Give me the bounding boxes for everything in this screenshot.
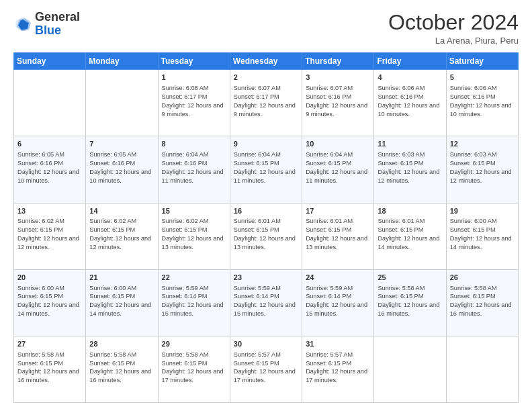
day-info: Sunrise: 5:59 AM Sunset: 6:14 PM Dayligh… bbox=[162, 284, 226, 319]
day-info: Sunrise: 5:57 AM Sunset: 6:15 PM Dayligh… bbox=[234, 351, 298, 385]
calendar-cell bbox=[14, 70, 86, 136]
calendar-cell: 6Sunrise: 6:05 AM Sunset: 6:16 PM Daylig… bbox=[14, 136, 86, 203]
day-info: Sunrise: 6:01 AM Sunset: 6:15 PM Dayligh… bbox=[234, 217, 298, 252]
day-number: 5 bbox=[450, 73, 515, 83]
day-number: 20 bbox=[17, 273, 82, 283]
calendar-cell: 11Sunrise: 6:03 AM Sunset: 6:15 PM Dayli… bbox=[374, 136, 446, 203]
calendar-table: Sunday Monday Tuesday Wednesday Thursday… bbox=[13, 52, 519, 403]
col-friday: Friday bbox=[374, 53, 446, 70]
col-tuesday: Tuesday bbox=[158, 53, 230, 70]
calendar-cell: 25Sunrise: 5:58 AM Sunset: 6:15 PM Dayli… bbox=[374, 269, 446, 336]
calendar-cell: 19Sunrise: 6:00 AM Sunset: 6:15 PM Dayli… bbox=[446, 203, 518, 269]
day-number: 6 bbox=[17, 139, 82, 149]
calendar-cell: 8Sunrise: 6:04 AM Sunset: 6:16 PM Daylig… bbox=[158, 136, 230, 203]
calendar-week-row: 20Sunrise: 6:00 AM Sunset: 6:15 PM Dayli… bbox=[14, 269, 519, 336]
calendar-cell: 20Sunrise: 6:00 AM Sunset: 6:15 PM Dayli… bbox=[14, 269, 86, 336]
calendar-cell: 14Sunrise: 6:02 AM Sunset: 6:15 PM Dayli… bbox=[86, 203, 158, 269]
calendar-header-row: Sunday Monday Tuesday Wednesday Thursday… bbox=[14, 53, 519, 70]
calendar-cell: 13Sunrise: 6:02 AM Sunset: 6:15 PM Dayli… bbox=[14, 203, 86, 269]
calendar-week-row: 13Sunrise: 6:02 AM Sunset: 6:15 PM Dayli… bbox=[14, 203, 519, 269]
day-info: Sunrise: 6:05 AM Sunset: 6:16 PM Dayligh… bbox=[17, 150, 82, 185]
calendar-cell: 4Sunrise: 6:06 AM Sunset: 6:16 PM Daylig… bbox=[374, 70, 446, 136]
day-number: 2 bbox=[234, 73, 298, 83]
day-number: 27 bbox=[17, 339, 82, 349]
day-number: 31 bbox=[306, 339, 370, 349]
title-block: October 2024 La Arena, Piura, Peru bbox=[388, 11, 519, 46]
calendar-cell: 1Sunrise: 6:08 AM Sunset: 6:17 PM Daylig… bbox=[158, 70, 230, 136]
day-number: 28 bbox=[89, 339, 154, 349]
calendar-cell: 12Sunrise: 6:03 AM Sunset: 6:15 PM Dayli… bbox=[446, 136, 518, 203]
day-info: Sunrise: 6:00 AM Sunset: 6:15 PM Dayligh… bbox=[89, 284, 154, 319]
day-info: Sunrise: 6:00 AM Sunset: 6:15 PM Dayligh… bbox=[17, 284, 82, 319]
day-info: Sunrise: 5:59 AM Sunset: 6:14 PM Dayligh… bbox=[234, 284, 298, 319]
calendar-cell: 28Sunrise: 5:58 AM Sunset: 6:15 PM Dayli… bbox=[86, 336, 158, 402]
day-number: 4 bbox=[378, 73, 442, 83]
logo-general: General bbox=[35, 10, 80, 24]
calendar-cell: 18Sunrise: 6:01 AM Sunset: 6:15 PM Dayli… bbox=[374, 203, 446, 269]
day-number: 21 bbox=[89, 273, 154, 283]
day-info: Sunrise: 6:02 AM Sunset: 6:15 PM Dayligh… bbox=[162, 217, 226, 252]
day-info: Sunrise: 6:06 AM Sunset: 6:16 PM Dayligh… bbox=[378, 84, 442, 119]
day-number: 13 bbox=[17, 206, 82, 216]
day-number: 24 bbox=[306, 273, 370, 283]
day-number: 23 bbox=[234, 273, 298, 283]
day-info: Sunrise: 6:07 AM Sunset: 6:16 PM Dayligh… bbox=[306, 84, 370, 119]
col-thursday: Thursday bbox=[302, 53, 374, 70]
day-info: Sunrise: 5:58 AM Sunset: 6:15 PM Dayligh… bbox=[89, 351, 154, 385]
day-number: 17 bbox=[306, 206, 370, 216]
day-info: Sunrise: 6:02 AM Sunset: 6:15 PM Dayligh… bbox=[89, 217, 154, 252]
logo-text: General Blue bbox=[35, 11, 80, 38]
calendar-cell bbox=[374, 336, 446, 402]
day-info: Sunrise: 5:58 AM Sunset: 6:15 PM Dayligh… bbox=[378, 284, 442, 319]
day-info: Sunrise: 6:04 AM Sunset: 6:15 PM Dayligh… bbox=[234, 150, 298, 185]
calendar-cell: 17Sunrise: 6:01 AM Sunset: 6:15 PM Dayli… bbox=[302, 203, 374, 269]
day-info: Sunrise: 6:05 AM Sunset: 6:16 PM Dayligh… bbox=[89, 150, 154, 185]
logo: General Blue bbox=[13, 11, 80, 38]
day-number: 11 bbox=[378, 139, 442, 149]
calendar-cell: 9Sunrise: 6:04 AM Sunset: 6:15 PM Daylig… bbox=[230, 136, 302, 203]
day-number: 30 bbox=[234, 339, 298, 349]
day-number: 19 bbox=[450, 206, 515, 216]
col-wednesday: Wednesday bbox=[230, 53, 302, 70]
col-sunday: Sunday bbox=[14, 53, 86, 70]
day-info: Sunrise: 6:01 AM Sunset: 6:15 PM Dayligh… bbox=[378, 217, 442, 252]
calendar-cell: 10Sunrise: 6:04 AM Sunset: 6:15 PM Dayli… bbox=[302, 136, 374, 203]
page: General Blue October 2024 La Arena, Piur… bbox=[0, 0, 532, 411]
day-info: Sunrise: 5:58 AM Sunset: 6:15 PM Dayligh… bbox=[17, 351, 82, 385]
calendar-cell: 21Sunrise: 6:00 AM Sunset: 6:15 PM Dayli… bbox=[86, 269, 158, 336]
day-info: Sunrise: 6:07 AM Sunset: 6:17 PM Dayligh… bbox=[234, 84, 298, 119]
day-info: Sunrise: 5:58 AM Sunset: 6:15 PM Dayligh… bbox=[162, 351, 226, 385]
day-info: Sunrise: 5:59 AM Sunset: 6:14 PM Dayligh… bbox=[306, 284, 370, 319]
day-number: 12 bbox=[450, 139, 515, 149]
calendar-cell: 2Sunrise: 6:07 AM Sunset: 6:17 PM Daylig… bbox=[230, 70, 302, 136]
day-number: 18 bbox=[378, 206, 442, 216]
day-number: 25 bbox=[378, 273, 442, 283]
day-info: Sunrise: 6:01 AM Sunset: 6:15 PM Dayligh… bbox=[306, 217, 370, 252]
col-monday: Monday bbox=[86, 53, 158, 70]
day-info: Sunrise: 5:58 AM Sunset: 6:15 PM Dayligh… bbox=[450, 284, 515, 319]
calendar-cell: 7Sunrise: 6:05 AM Sunset: 6:16 PM Daylig… bbox=[86, 136, 158, 203]
logo-blue: Blue bbox=[35, 24, 61, 37]
header: General Blue October 2024 La Arena, Piur… bbox=[13, 11, 519, 46]
calendar-cell: 29Sunrise: 5:58 AM Sunset: 6:15 PM Dayli… bbox=[158, 336, 230, 402]
day-number: 10 bbox=[306, 139, 370, 149]
day-number: 3 bbox=[306, 73, 370, 83]
calendar-cell: 23Sunrise: 5:59 AM Sunset: 6:14 PM Dayli… bbox=[230, 269, 302, 336]
calendar-week-row: 27Sunrise: 5:58 AM Sunset: 6:15 PM Dayli… bbox=[14, 336, 519, 402]
col-saturday: Saturday bbox=[446, 53, 518, 70]
day-number: 22 bbox=[162, 273, 226, 283]
subtitle: La Arena, Piura, Peru bbox=[388, 36, 519, 46]
day-number: 7 bbox=[89, 139, 154, 149]
day-info: Sunrise: 6:04 AM Sunset: 6:16 PM Dayligh… bbox=[162, 150, 226, 185]
calendar-cell: 30Sunrise: 5:57 AM Sunset: 6:15 PM Dayli… bbox=[230, 336, 302, 402]
day-number: 15 bbox=[162, 206, 226, 216]
day-number: 29 bbox=[162, 339, 226, 349]
day-info: Sunrise: 6:03 AM Sunset: 6:15 PM Dayligh… bbox=[450, 150, 515, 185]
calendar-cell: 16Sunrise: 6:01 AM Sunset: 6:15 PM Dayli… bbox=[230, 203, 302, 269]
calendar-cell: 24Sunrise: 5:59 AM Sunset: 6:14 PM Dayli… bbox=[302, 269, 374, 336]
calendar-cell bbox=[86, 70, 158, 136]
calendar-cell: 5Sunrise: 6:06 AM Sunset: 6:16 PM Daylig… bbox=[446, 70, 518, 136]
calendar-cell: 15Sunrise: 6:02 AM Sunset: 6:15 PM Dayli… bbox=[158, 203, 230, 269]
calendar-cell: 22Sunrise: 5:59 AM Sunset: 6:14 PM Dayli… bbox=[158, 269, 230, 336]
day-info: Sunrise: 6:08 AM Sunset: 6:17 PM Dayligh… bbox=[162, 84, 226, 119]
